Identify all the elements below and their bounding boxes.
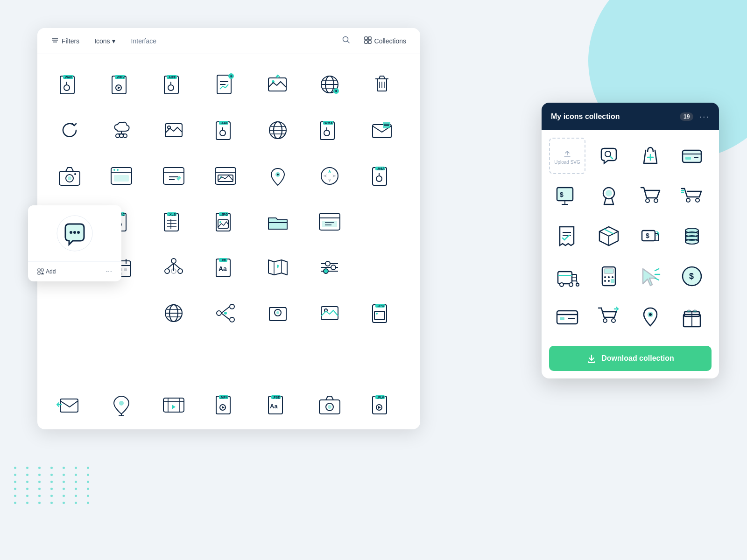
svg-point-39 bbox=[335, 90, 337, 92]
panel-icon-receipt[interactable] bbox=[549, 218, 585, 254]
panel-icon-dollar-circle[interactable]: $ bbox=[674, 258, 710, 294]
svg-rect-249 bbox=[558, 272, 572, 284]
upload-svg-button[interactable]: Upload SVG bbox=[549, 138, 585, 174]
panel-icon-chat-search[interactable] bbox=[591, 138, 627, 174]
icon-cloud-network[interactable] bbox=[100, 109, 142, 151]
svg-point-78 bbox=[113, 169, 115, 171]
icon-psd[interactable]: .PSD Aa bbox=[257, 384, 299, 426]
svg-point-277 bbox=[649, 313, 652, 316]
download-collection-button[interactable]: Download collection bbox=[549, 346, 712, 371]
icon-compass[interactable] bbox=[309, 155, 351, 197]
panel-icon-cart-arrow[interactable] bbox=[591, 298, 627, 335]
icon-globe[interactable] bbox=[309, 63, 351, 105]
svg-point-75 bbox=[74, 173, 76, 175]
panel-icon-creditcard[interactable] bbox=[674, 138, 710, 174]
category-label: Interface bbox=[126, 35, 162, 48]
card-more-button[interactable]: ··· bbox=[102, 266, 116, 278]
card-actions: Add ··· bbox=[28, 261, 121, 281]
icon-map[interactable] bbox=[257, 246, 299, 288]
svg-point-147 bbox=[331, 265, 336, 270]
panel-icon-gift[interactable] bbox=[674, 298, 710, 335]
search-button[interactable] bbox=[338, 34, 354, 48]
svg-rect-112 bbox=[218, 220, 228, 228]
icon-aac[interactable]: .AAC bbox=[204, 109, 247, 151]
svg-point-74 bbox=[68, 176, 71, 180]
panel-icon-shop-add[interactable] bbox=[632, 138, 669, 174]
icon-data-chart[interactable] bbox=[309, 201, 351, 243]
icon-person[interactable] bbox=[257, 292, 299, 334]
panel-icon-dollar-exchange[interactable]: $ bbox=[632, 218, 669, 254]
add-to-collection-button[interactable]: Add bbox=[34, 266, 59, 277]
panel-icon-award[interactable] bbox=[591, 178, 627, 214]
svg-rect-5 bbox=[365, 37, 367, 40]
icon-refresh[interactable] bbox=[49, 109, 91, 151]
svg-text:$: $ bbox=[689, 272, 694, 281]
icon-network[interactable] bbox=[153, 246, 195, 288]
svg-rect-257 bbox=[604, 269, 613, 273]
panel-icon-package[interactable] bbox=[591, 218, 627, 254]
icon-image-upload[interactable] bbox=[257, 63, 299, 105]
panel-icon-location-pin[interactable] bbox=[632, 298, 669, 335]
panel-icon-calculator[interactable] bbox=[591, 258, 627, 294]
svg-point-170 bbox=[376, 313, 378, 315]
panel-icon-cart-delivery[interactable] bbox=[674, 178, 710, 214]
panel-more-button[interactable]: ··· bbox=[699, 111, 710, 122]
icon-mp4[interactable]: .MP4 bbox=[204, 384, 247, 426]
icon-globe-3[interactable] bbox=[153, 292, 195, 334]
icon-wav[interactable]: .WAV bbox=[49, 63, 91, 105]
icon-landscape[interactable] bbox=[309, 292, 351, 334]
icon-jpg[interactable]: .JPG bbox=[204, 201, 247, 243]
filters-button[interactable]: Filters bbox=[47, 34, 84, 48]
icon-browser-edit[interactable] bbox=[153, 155, 195, 197]
icon-folder[interactable] bbox=[257, 201, 299, 243]
icon-wmv[interactable]: .WMV bbox=[100, 63, 142, 105]
icon-xd[interactable]: .XD Aa bbox=[204, 246, 247, 288]
svg-point-131 bbox=[178, 269, 183, 273]
panel-icon-delivery[interactable] bbox=[549, 258, 585, 294]
icon-jpg-2[interactable]: .JPG bbox=[361, 292, 403, 334]
icon-image[interactable] bbox=[153, 109, 195, 151]
svg-point-229 bbox=[696, 198, 699, 202]
icon-email[interactable] bbox=[361, 109, 403, 151]
svg-point-66 bbox=[324, 130, 330, 136]
icon-camera[interactable] bbox=[49, 155, 91, 197]
icon-browser[interactable] bbox=[100, 155, 142, 197]
svg-line-236 bbox=[604, 229, 613, 234]
add-to-collection-card: Add ··· bbox=[28, 205, 121, 281]
panel-icon-price-monitor[interactable]: $ bbox=[549, 178, 585, 214]
icon-globe-2[interactable] bbox=[257, 109, 299, 151]
svg-point-95 bbox=[376, 176, 382, 182]
panel-icon-cart[interactable] bbox=[632, 178, 669, 214]
svg-point-262 bbox=[608, 280, 610, 282]
icon-sliders[interactable] bbox=[309, 246, 351, 288]
svg-line-4 bbox=[347, 42, 349, 43]
icon-email-send[interactable] bbox=[49, 384, 91, 426]
panel-header: My icons collection 19 ··· bbox=[542, 103, 719, 130]
icons-dropdown[interactable]: Icons ▾ bbox=[90, 35, 120, 48]
icon-aiff[interactable]: .AIFF bbox=[153, 63, 195, 105]
svg-point-162 bbox=[276, 311, 279, 314]
svg-rect-81 bbox=[163, 168, 184, 184]
icon-m4a[interactable]: .M4A bbox=[361, 155, 403, 197]
svg-point-130 bbox=[165, 269, 169, 273]
icon-video[interactable] bbox=[153, 384, 195, 426]
svg-point-252 bbox=[560, 283, 564, 287]
panel-icon-card-pay[interactable] bbox=[549, 298, 585, 335]
svg-text:.XD: .XD bbox=[221, 259, 226, 262]
icon-location-2[interactable] bbox=[100, 384, 142, 426]
icon-doc-chart[interactable] bbox=[204, 63, 247, 105]
panel-icon-cursor[interactable] bbox=[632, 258, 669, 294]
icon-browser-image[interactable] bbox=[204, 155, 247, 197]
icon-trash[interactable] bbox=[361, 63, 403, 105]
panel-icon-coins[interactable] bbox=[674, 218, 710, 254]
collections-button[interactable]: Collections bbox=[359, 34, 411, 48]
svg-point-156 bbox=[230, 317, 234, 322]
icon-xls[interactable]: .XLS bbox=[153, 201, 195, 243]
icon-wma[interactable]: .WMA bbox=[309, 109, 351, 151]
icon-branch[interactable] bbox=[204, 292, 247, 334]
icon-location[interactable] bbox=[257, 155, 299, 197]
icon-flv[interactable]: .FLV bbox=[361, 384, 403, 426]
svg-point-274 bbox=[612, 319, 615, 322]
icon-camera-2[interactable] bbox=[309, 384, 351, 426]
svg-rect-80 bbox=[114, 175, 129, 182]
